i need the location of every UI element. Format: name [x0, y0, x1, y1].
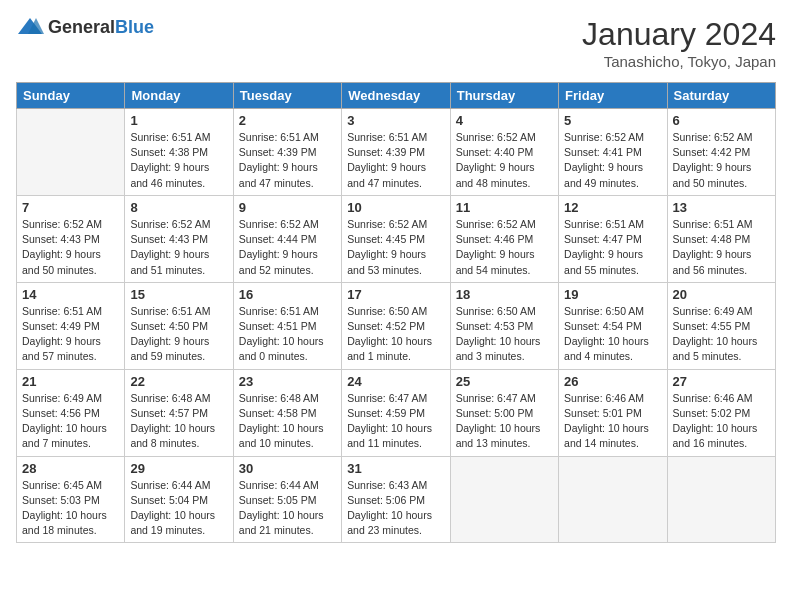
- day-number: 1: [130, 113, 227, 128]
- logo: GeneralBlue: [16, 16, 154, 38]
- calendar-header-row: SundayMondayTuesdayWednesdayThursdayFrid…: [17, 83, 776, 109]
- calendar-cell: 7Sunrise: 6:52 AMSunset: 4:43 PMDaylight…: [17, 195, 125, 282]
- day-number: 27: [673, 374, 770, 389]
- day-number: 25: [456, 374, 553, 389]
- calendar-cell: 28Sunrise: 6:45 AMSunset: 5:03 PMDayligh…: [17, 456, 125, 543]
- day-number: 31: [347, 461, 444, 476]
- sun-info: Sunrise: 6:46 AMSunset: 5:01 PMDaylight:…: [564, 391, 661, 452]
- sun-info: Sunrise: 6:52 AMSunset: 4:46 PMDaylight:…: [456, 217, 553, 278]
- calendar-cell: 10Sunrise: 6:52 AMSunset: 4:45 PMDayligh…: [342, 195, 450, 282]
- day-number: 21: [22, 374, 119, 389]
- sun-info: Sunrise: 6:51 AMSunset: 4:51 PMDaylight:…: [239, 304, 336, 365]
- day-number: 4: [456, 113, 553, 128]
- sun-info: Sunrise: 6:48 AMSunset: 4:58 PMDaylight:…: [239, 391, 336, 452]
- sun-info: Sunrise: 6:50 AMSunset: 4:52 PMDaylight:…: [347, 304, 444, 365]
- calendar-cell: 2Sunrise: 6:51 AMSunset: 4:39 PMDaylight…: [233, 109, 341, 196]
- calendar-cell: 18Sunrise: 6:50 AMSunset: 4:53 PMDayligh…: [450, 282, 558, 369]
- calendar-cell: 8Sunrise: 6:52 AMSunset: 4:43 PMDaylight…: [125, 195, 233, 282]
- calendar-cell: 27Sunrise: 6:46 AMSunset: 5:02 PMDayligh…: [667, 369, 775, 456]
- calendar-cell: 26Sunrise: 6:46 AMSunset: 5:01 PMDayligh…: [559, 369, 667, 456]
- calendar-cell: 21Sunrise: 6:49 AMSunset: 4:56 PMDayligh…: [17, 369, 125, 456]
- sun-info: Sunrise: 6:52 AMSunset: 4:44 PMDaylight:…: [239, 217, 336, 278]
- calendar-cell: 15Sunrise: 6:51 AMSunset: 4:50 PMDayligh…: [125, 282, 233, 369]
- calendar-week-row: 1Sunrise: 6:51 AMSunset: 4:38 PMDaylight…: [17, 109, 776, 196]
- weekday-header: Tuesday: [233, 83, 341, 109]
- day-number: 15: [130, 287, 227, 302]
- calendar-cell: 17Sunrise: 6:50 AMSunset: 4:52 PMDayligh…: [342, 282, 450, 369]
- page-header: GeneralBlue January 2024 Tanashicho, Tok…: [16, 16, 776, 70]
- calendar-cell: 30Sunrise: 6:44 AMSunset: 5:05 PMDayligh…: [233, 456, 341, 543]
- calendar-week-row: 28Sunrise: 6:45 AMSunset: 5:03 PMDayligh…: [17, 456, 776, 543]
- sun-info: Sunrise: 6:49 AMSunset: 4:56 PMDaylight:…: [22, 391, 119, 452]
- sun-info: Sunrise: 6:51 AMSunset: 4:50 PMDaylight:…: [130, 304, 227, 365]
- sun-info: Sunrise: 6:50 AMSunset: 4:53 PMDaylight:…: [456, 304, 553, 365]
- day-number: 8: [130, 200, 227, 215]
- sun-info: Sunrise: 6:48 AMSunset: 4:57 PMDaylight:…: [130, 391, 227, 452]
- sun-info: Sunrise: 6:47 AMSunset: 5:00 PMDaylight:…: [456, 391, 553, 452]
- calendar-week-row: 7Sunrise: 6:52 AMSunset: 4:43 PMDaylight…: [17, 195, 776, 282]
- calendar-cell: 24Sunrise: 6:47 AMSunset: 4:59 PMDayligh…: [342, 369, 450, 456]
- calendar-cell: 25Sunrise: 6:47 AMSunset: 5:00 PMDayligh…: [450, 369, 558, 456]
- sun-info: Sunrise: 6:51 AMSunset: 4:48 PMDaylight:…: [673, 217, 770, 278]
- sun-info: Sunrise: 6:43 AMSunset: 5:06 PMDaylight:…: [347, 478, 444, 539]
- sun-info: Sunrise: 6:51 AMSunset: 4:39 PMDaylight:…: [239, 130, 336, 191]
- day-number: 6: [673, 113, 770, 128]
- weekday-header: Monday: [125, 83, 233, 109]
- calendar-cell: 16Sunrise: 6:51 AMSunset: 4:51 PMDayligh…: [233, 282, 341, 369]
- weekday-header: Saturday: [667, 83, 775, 109]
- day-number: 29: [130, 461, 227, 476]
- sun-info: Sunrise: 6:45 AMSunset: 5:03 PMDaylight:…: [22, 478, 119, 539]
- sun-info: Sunrise: 6:51 AMSunset: 4:39 PMDaylight:…: [347, 130, 444, 191]
- sun-info: Sunrise: 6:52 AMSunset: 4:42 PMDaylight:…: [673, 130, 770, 191]
- sun-info: Sunrise: 6:51 AMSunset: 4:49 PMDaylight:…: [22, 304, 119, 365]
- location-title: Tanashicho, Tokyo, Japan: [582, 53, 776, 70]
- calendar-cell: 13Sunrise: 6:51 AMSunset: 4:48 PMDayligh…: [667, 195, 775, 282]
- calendar-cell: 12Sunrise: 6:51 AMSunset: 4:47 PMDayligh…: [559, 195, 667, 282]
- day-number: 26: [564, 374, 661, 389]
- calendar-week-row: 14Sunrise: 6:51 AMSunset: 4:49 PMDayligh…: [17, 282, 776, 369]
- day-number: 23: [239, 374, 336, 389]
- sun-info: Sunrise: 6:52 AMSunset: 4:40 PMDaylight:…: [456, 130, 553, 191]
- calendar-cell: 4Sunrise: 6:52 AMSunset: 4:40 PMDaylight…: [450, 109, 558, 196]
- sun-info: Sunrise: 6:51 AMSunset: 4:47 PMDaylight:…: [564, 217, 661, 278]
- logo-blue: Blue: [115, 17, 154, 37]
- day-number: 10: [347, 200, 444, 215]
- calendar-cell: 3Sunrise: 6:51 AMSunset: 4:39 PMDaylight…: [342, 109, 450, 196]
- calendar-cell: [450, 456, 558, 543]
- day-number: 30: [239, 461, 336, 476]
- calendar-cell: 9Sunrise: 6:52 AMSunset: 4:44 PMDaylight…: [233, 195, 341, 282]
- calendar-table: SundayMondayTuesdayWednesdayThursdayFrid…: [16, 82, 776, 543]
- calendar-cell: 6Sunrise: 6:52 AMSunset: 4:42 PMDaylight…: [667, 109, 775, 196]
- calendar-cell: 29Sunrise: 6:44 AMSunset: 5:04 PMDayligh…: [125, 456, 233, 543]
- day-number: 7: [22, 200, 119, 215]
- day-number: 18: [456, 287, 553, 302]
- sun-info: Sunrise: 6:44 AMSunset: 5:05 PMDaylight:…: [239, 478, 336, 539]
- day-number: 11: [456, 200, 553, 215]
- calendar-cell: 1Sunrise: 6:51 AMSunset: 4:38 PMDaylight…: [125, 109, 233, 196]
- day-number: 12: [564, 200, 661, 215]
- day-number: 13: [673, 200, 770, 215]
- sun-info: Sunrise: 6:49 AMSunset: 4:55 PMDaylight:…: [673, 304, 770, 365]
- day-number: 5: [564, 113, 661, 128]
- sun-info: Sunrise: 6:50 AMSunset: 4:54 PMDaylight:…: [564, 304, 661, 365]
- sun-info: Sunrise: 6:46 AMSunset: 5:02 PMDaylight:…: [673, 391, 770, 452]
- calendar-cell: 22Sunrise: 6:48 AMSunset: 4:57 PMDayligh…: [125, 369, 233, 456]
- month-title: January 2024: [582, 16, 776, 53]
- day-number: 3: [347, 113, 444, 128]
- day-number: 22: [130, 374, 227, 389]
- calendar-cell: 14Sunrise: 6:51 AMSunset: 4:49 PMDayligh…: [17, 282, 125, 369]
- day-number: 28: [22, 461, 119, 476]
- logo-icon: [16, 16, 44, 38]
- calendar-cell: [559, 456, 667, 543]
- sun-info: Sunrise: 6:52 AMSunset: 4:45 PMDaylight:…: [347, 217, 444, 278]
- day-number: 9: [239, 200, 336, 215]
- sun-info: Sunrise: 6:51 AMSunset: 4:38 PMDaylight:…: [130, 130, 227, 191]
- calendar-cell: 20Sunrise: 6:49 AMSunset: 4:55 PMDayligh…: [667, 282, 775, 369]
- logo-general: General: [48, 17, 115, 37]
- sun-info: Sunrise: 6:47 AMSunset: 4:59 PMDaylight:…: [347, 391, 444, 452]
- day-number: 20: [673, 287, 770, 302]
- sun-info: Sunrise: 6:52 AMSunset: 4:43 PMDaylight:…: [130, 217, 227, 278]
- calendar-week-row: 21Sunrise: 6:49 AMSunset: 4:56 PMDayligh…: [17, 369, 776, 456]
- calendar-cell: 31Sunrise: 6:43 AMSunset: 5:06 PMDayligh…: [342, 456, 450, 543]
- day-number: 17: [347, 287, 444, 302]
